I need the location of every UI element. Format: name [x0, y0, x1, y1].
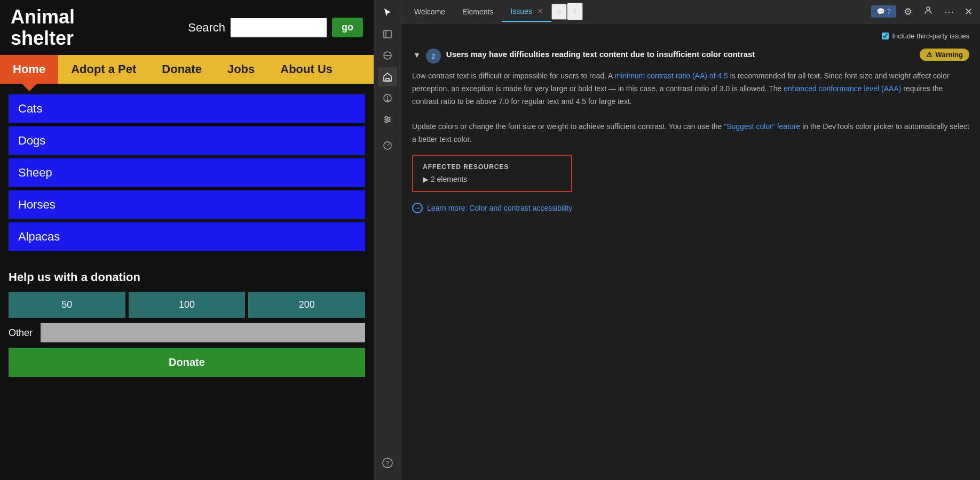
close-devtools-button[interactable]: ✕: [961, 4, 976, 20]
animal-list: Cats Dogs Sheep Horses Alpacas: [0, 89, 374, 257]
animal-item-dogs[interactable]: Dogs: [9, 126, 365, 155]
third-party-row: Include third-party issues: [412, 32, 969, 40]
svg-point-12: [388, 118, 390, 121]
tab-close-icon[interactable]: ✕: [538, 7, 543, 15]
search-input[interactable]: [231, 18, 327, 37]
other-row: Other: [9, 323, 365, 342]
issue-count-badge: 2: [426, 49, 441, 63]
learn-more-row[interactable]: → Learn more: Color and contrast accessi…: [412, 203, 969, 213]
left-panel: Animal shelter Search go Home Adopt a Pe…: [0, 0, 374, 480]
timer-icon[interactable]: [378, 135, 397, 155]
issues-content: Include third-party issues ▼ 2 Users may…: [401, 23, 980, 480]
warning-debug-icon[interactable]: [378, 89, 397, 108]
cursor-icon[interactable]: [378, 3, 397, 22]
issues-count: 7: [887, 7, 891, 15]
affected-elements[interactable]: ▶ 2 elements: [423, 175, 562, 183]
svg-point-13: [385, 121, 388, 123]
amount-100[interactable]: 100: [129, 292, 246, 318]
devtools-main: Welcome Elements Issues ✕ » + 💬 7 ⚙ ⋯ ✕ …: [401, 0, 980, 480]
issue-group: ▼ 2 Users may have difficulties reading …: [412, 49, 969, 213]
svg-point-7: [387, 100, 388, 101]
svg-text:?: ?: [385, 459, 389, 467]
menu-button[interactable]: ⋯: [941, 4, 957, 20]
learn-more-link[interactable]: Learn more: Color and contrast accessibi…: [427, 204, 572, 212]
aa-link[interactable]: minimum contrast ratio (AA) of 4.5: [614, 71, 728, 80]
tab-issues[interactable]: Issues ✕: [502, 2, 551, 22]
search-label: Search: [188, 21, 225, 35]
nav-item-about[interactable]: About Us: [267, 55, 345, 84]
svg-point-11: [385, 116, 388, 118]
other-label: Other: [9, 327, 35, 339]
profile-button[interactable]: [920, 3, 937, 20]
animal-item-sheep[interactable]: Sheep: [9, 158, 365, 187]
amount-200[interactable]: 200: [248, 292, 365, 318]
svg-point-19: [927, 7, 930, 10]
suggest-color-link[interactable]: "Suggest color" feature: [724, 122, 800, 131]
third-party-checkbox-label[interactable]: Include third-party issues: [882, 32, 969, 40]
add-tab-button[interactable]: +: [567, 3, 583, 20]
donation-section: Help us with a donation 50 100 200 Other…: [0, 262, 374, 377]
animal-item-alpacas[interactable]: Alpacas: [9, 222, 365, 251]
other-amount-input[interactable]: [41, 323, 365, 342]
nav-item-home[interactable]: Home: [0, 55, 58, 84]
tabs-bar: Welcome Elements Issues ✕ » + 💬 7 ⚙ ⋯ ✕: [401, 0, 980, 23]
site-title: Animal shelter: [11, 6, 91, 49]
site-header: Animal shelter Search go: [0, 0, 374, 55]
nav-item-donate[interactable]: Donate: [149, 55, 215, 84]
issue-title-area: Users may have difficulties reading text…: [446, 49, 969, 62]
svg-line-16: [388, 144, 389, 146]
help-icon[interactable]: ?: [378, 453, 397, 473]
search-area: Search go: [188, 18, 363, 37]
tab-welcome[interactable]: Welcome: [406, 2, 454, 21]
learn-more-arrow-icon: →: [412, 203, 423, 213]
nav-item-jobs[interactable]: Jobs: [215, 55, 267, 84]
tab-elements[interactable]: Elements: [454, 2, 502, 21]
tab-issues-label: Issues: [510, 7, 532, 15]
aaa-link[interactable]: enhanced conformance level (AAA): [784, 84, 901, 93]
donation-amounts: 50 100 200: [9, 292, 365, 318]
affected-title: AFFECTED RESOURCES: [423, 163, 562, 171]
search-button[interactable]: go: [332, 18, 363, 37]
animal-item-cats[interactable]: Cats: [9, 94, 365, 123]
warning-label: Warning: [935, 51, 963, 59]
donation-title: Help us with a donation: [9, 270, 365, 284]
settings-button[interactable]: ⚙: [900, 4, 915, 20]
amount-50[interactable]: 50: [9, 292, 125, 318]
donate-button[interactable]: Donate: [9, 348, 365, 377]
no-entry-icon[interactable]: [378, 46, 397, 65]
third-party-checkbox[interactable]: [882, 33, 889, 39]
animal-item-horses[interactable]: Horses: [9, 190, 365, 219]
tabs-right: 💬 7 ⚙ ⋯ ✕: [871, 3, 976, 20]
home-icon[interactable]: [378, 67, 397, 86]
more-tabs-button[interactable]: »: [551, 4, 567, 20]
devtools-sidebar: ?: [374, 0, 401, 480]
issue-header: ▼ 2 Users may have difficulties reading …: [412, 49, 969, 63]
nav-item-adopt[interactable]: Adopt a Pet: [58, 55, 149, 84]
issue-title: Users may have difficulties reading text…: [446, 49, 755, 60]
sliders-icon[interactable]: [378, 110, 397, 129]
nav-bar: Home Adopt a Pet Donate Jobs About Us: [0, 55, 374, 84]
svg-rect-4: [386, 78, 389, 81]
affected-resources-box: AFFECTED RESOURCES ▶ 2 elements: [412, 155, 572, 192]
warning-badge: ⚠ Warning: [920, 49, 969, 61]
warning-icon: ⚠: [926, 51, 932, 59]
svg-rect-0: [384, 30, 391, 38]
chat-icon: 💬: [876, 7, 885, 15]
third-party-label: Include third-party issues: [892, 32, 969, 40]
issue-toggle-row: ▼ 2: [412, 49, 441, 63]
inspector-icon[interactable]: [378, 25, 397, 44]
issue-body: Low-contrast text is difficult or imposs…: [412, 70, 969, 146]
issue-toggle-button[interactable]: ▼: [412, 50, 422, 60]
issues-count-button[interactable]: 💬 7: [871, 5, 896, 18]
